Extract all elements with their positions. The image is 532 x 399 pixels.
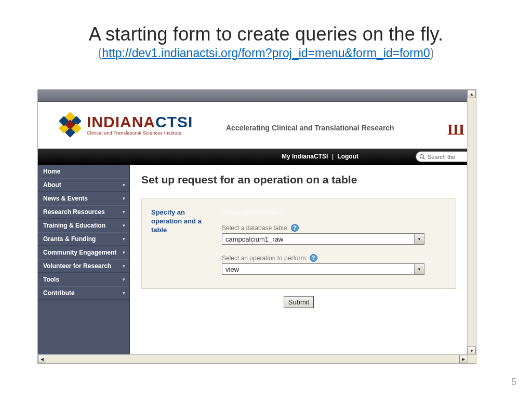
search-input[interactable]: Search the: [416, 151, 468, 162]
site-tagline: Accelerating Clinical and Translational …: [226, 124, 394, 132]
link-logout[interactable]: Logout: [337, 153, 358, 160]
utility-bar: My IndianaCTSI | Logout Search the: [38, 149, 468, 165]
paren-close: ): [430, 46, 434, 60]
vertical-scrollbar[interactable]: ▲ ▼: [467, 90, 476, 355]
svg-line-1: [423, 157, 425, 159]
scrollbar-corner: [467, 354, 476, 363]
operation-field-label: Select an operation to perform: ?: [222, 254, 446, 262]
logo-hex-icon: [59, 113, 82, 136]
scroll-left-button[interactable]: ◀: [38, 355, 46, 363]
chevron-down-icon: ▼: [414, 264, 424, 274]
brand-subtitle: Clinical and Translational Sciences Inst…: [87, 131, 193, 136]
sidebar-item-label: Community Engagement: [43, 249, 116, 256]
search-placeholder: Search the: [428, 154, 455, 160]
sidebar-item-label: Grants & Funding: [43, 235, 96, 243]
chevron-down-icon: ▾: [123, 236, 125, 242]
submit-row: Submit: [141, 296, 456, 308]
sidebar-item-label: Volunteer for Research: [43, 262, 111, 270]
operation-field-label-text: Select an operation to perform:: [222, 255, 308, 262]
chevron-down-icon: ▾: [123, 263, 125, 269]
sidebar-item-label: Training & Education: [43, 222, 105, 229]
table-select[interactable]: campcalcium1_raw ▼: [222, 233, 424, 245]
link-my-indianactsi[interactable]: My IndianaCTSI: [282, 153, 328, 160]
screenshot-frame: INDIANACTSI Clinical and Translational S…: [37, 89, 476, 364]
content-area: Home About ▾ News & Events ▾ Research Re…: [38, 165, 468, 355]
slide-subtitle: (http://dev1.indianactsi.org/form?proj_i…: [0, 46, 532, 60]
chevron-down-icon: ▾: [123, 182, 125, 188]
slide-number: 5: [511, 377, 516, 388]
page-heading: Set up request for an operation on a tab…: [141, 174, 456, 186]
sidebar-item-label: Tools: [43, 276, 59, 283]
slide-title: A starting form to create queries on the…: [0, 0, 532, 45]
source-url-link[interactable]: http://dev1.indianactsi.org/form?proj_id…: [102, 46, 430, 60]
sidebar-item-label: News & Events: [43, 195, 88, 202]
form-section-title: Table Information: [222, 208, 446, 217]
sidebar-nav: Home About ▾ News & Events ▾ Research Re…: [38, 165, 129, 355]
sidebar-item-tools[interactable]: Tools ▾: [38, 273, 129, 286]
svg-point-0: [420, 154, 424, 158]
sidebar-item-volunteer-research[interactable]: Volunteer for Research ▾: [38, 259, 129, 273]
scroll-down-button[interactable]: ▼: [468, 347, 476, 355]
window-top-strip: [38, 90, 468, 102]
sidebar-item-training-education[interactable]: Training & Education ▾: [38, 219, 129, 232]
sidebar-item-label: Home: [43, 168, 60, 175]
chevron-down-icon: ▼: [414, 234, 424, 244]
form-panel: Specify an operation and a table Table I…: [141, 198, 456, 289]
chevron-down-icon: ▾: [123, 290, 125, 296]
slide: A starting form to create queries on the…: [0, 0, 532, 399]
brand-text: INDIANACTSI Clinical and Translational S…: [87, 114, 193, 136]
table-select-value: campcalcium1_raw: [225, 235, 283, 243]
help-icon[interactable]: ?: [291, 224, 299, 232]
link-separator: |: [332, 153, 334, 160]
main-panel: Set up request for an operation on a tab…: [129, 165, 468, 355]
screenshot-viewport: INDIANACTSI Clinical and Translational S…: [38, 90, 468, 355]
sidebar-item-label: Contribute: [43, 289, 75, 297]
search-icon: [419, 154, 425, 160]
sidebar-item-label: About: [43, 181, 61, 189]
scroll-up-button[interactable]: ▲: [468, 90, 476, 98]
sidebar-item-news-events[interactable]: News & Events ▾: [38, 192, 129, 205]
help-icon[interactable]: ?: [310, 254, 317, 262]
iu-trident-icon: Ш: [447, 121, 464, 138]
sidebar-item-label: Research Resources: [43, 208, 105, 216]
horizontal-scrollbar[interactable]: ◀ ▶: [38, 354, 468, 363]
chevron-down-icon: ▾: [123, 223, 125, 228]
utility-links: My IndianaCTSI | Logout: [282, 153, 358, 160]
operation-select[interactable]: view ▼: [222, 263, 424, 275]
chevron-down-icon: ▾: [123, 196, 125, 201]
site-logo[interactable]: INDIANACTSI Clinical and Translational S…: [59, 113, 193, 136]
submit-button[interactable]: Submit: [284, 296, 314, 308]
operation-select-value: view: [225, 265, 239, 273]
chevron-down-icon: ▾: [123, 209, 125, 215]
sidebar-item-community-engagement[interactable]: Community Engagement ▾: [38, 246, 129, 259]
chevron-down-icon: ▾: [123, 250, 125, 255]
scroll-right-button[interactable]: ▶: [459, 355, 468, 363]
table-field-label-text: Select a database table:: [222, 224, 289, 232]
sidebar-item-home[interactable]: Home: [38, 165, 129, 178]
sidebar-item-about[interactable]: About ▾: [38, 178, 129, 192]
sidebar-item-grants-funding[interactable]: Grants & Funding ▾: [38, 232, 129, 246]
sidebar-item-research-resources[interactable]: Research Resources ▾: [38, 205, 129, 219]
table-field-label: Select a database table: ?: [222, 224, 446, 232]
chevron-down-icon: ▾: [123, 277, 125, 282]
site-header: INDIANACTSI Clinical and Translational S…: [38, 102, 468, 149]
brand-word-ctsi: CTSI: [155, 114, 193, 130]
sidebar-item-contribute[interactable]: Contribute ▾: [38, 286, 129, 300]
brand-word-indiana: INDIANA: [87, 114, 155, 130]
step-label: Specify an operation and a table: [151, 208, 222, 279]
